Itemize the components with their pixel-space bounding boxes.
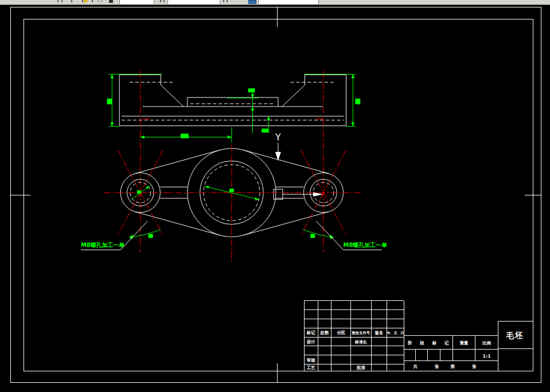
dim-arrow bbox=[228, 135, 232, 139]
dim-text bbox=[248, 88, 255, 92]
tb-approve-label: 批准 bbox=[356, 365, 365, 370]
dim-arrow bbox=[351, 75, 354, 79]
toolbar-button-edge[interactable] bbox=[71, 0, 72, 2]
toolbar-button-edge[interactable] bbox=[223, 0, 224, 2]
tb-mark-label: 标记 bbox=[306, 330, 315, 335]
tb-change-doc-label: 更改文件号 bbox=[352, 331, 370, 335]
dim-arrow bbox=[141, 135, 145, 139]
dim-arrow bbox=[110, 123, 114, 127]
tb-date-label: 年、月、日 bbox=[387, 331, 404, 335]
dim-text bbox=[149, 234, 153, 238]
tb-weight-label: 重量 bbox=[459, 340, 469, 346]
toolbar-button-edge[interactable] bbox=[92, 0, 93, 2]
dim-lines[interactable] bbox=[108, 75, 356, 143]
slot-detail[interactable] bbox=[274, 189, 283, 199]
tb-process-label: 工艺 bbox=[306, 365, 315, 370]
title-block: 标记 处数 分区 更改文件号 签名 年、月、日 设计 标准化 审核 工艺 批准 … bbox=[304, 301, 532, 371]
front-view-dimensions[interactable] bbox=[107, 75, 360, 143]
machining-notes[interactable]: M8螺孔加工一单 M8螺孔加工一单 bbox=[81, 221, 388, 250]
dim-text bbox=[229, 189, 234, 192]
left-angle-dim[interactable] bbox=[129, 229, 161, 237]
toolbar-button-edge[interactable] bbox=[82, 0, 83, 2]
cad-application: Y bbox=[0, 0, 550, 392]
toolbar-button-edge[interactable] bbox=[163, 0, 165, 2]
tb-sheets-total-unit: 张 bbox=[435, 364, 439, 369]
dim-arrow bbox=[351, 123, 354, 127]
toolbar-button-edge[interactable] bbox=[57, 0, 58, 2]
tb-signature-label: 签名 bbox=[374, 330, 383, 335]
tb-sheet-no-label: 第 bbox=[450, 364, 455, 369]
tb-zone-label: 分区 bbox=[336, 330, 345, 335]
tb-sheets-total-label: 共 bbox=[412, 364, 418, 369]
blue-app-icon[interactable] bbox=[248, 0, 256, 4]
dim-arrow bbox=[267, 116, 270, 120]
tb-count-label: 处数 bbox=[320, 330, 329, 335]
toolbar-button-edge[interactable] bbox=[227, 0, 228, 2]
dim-text bbox=[137, 190, 141, 194]
dim-text bbox=[181, 134, 189, 138]
datum-marker[interactable]: Y bbox=[275, 132, 281, 161]
toolbar bbox=[0, 0, 550, 5]
tb-scale-value: 1:1 bbox=[483, 354, 491, 359]
yellow-pencil-icon[interactable] bbox=[84, 0, 87, 2]
dim-text bbox=[262, 128, 268, 132]
datum-label: Y bbox=[275, 132, 281, 143]
dim-text bbox=[310, 234, 315, 238]
toolbar-button-edge[interactable] bbox=[160, 0, 161, 2]
front-hidden-lines[interactable] bbox=[122, 82, 344, 120]
dim-arrow bbox=[110, 75, 114, 79]
tb-standardization-label: 标准化 bbox=[354, 340, 367, 344]
dim-text bbox=[107, 99, 112, 104]
tb-design-label: 设计 bbox=[306, 339, 315, 344]
note-left: M8螺孔加工一单 bbox=[81, 242, 125, 248]
tb-sheet-no-unit: 张 bbox=[472, 364, 477, 369]
cad-canvas[interactable]: Y bbox=[0, 5, 550, 392]
dim-arrow bbox=[330, 234, 334, 239]
right-angle-dim[interactable] bbox=[303, 229, 333, 237]
toolbar-input-1[interactable] bbox=[119, 0, 154, 4]
tb-scale-label: 比例 bbox=[482, 340, 491, 346]
title-block-grid bbox=[304, 301, 532, 371]
toolbar-input-3[interactable] bbox=[258, 0, 319, 4]
dim-arrow bbox=[255, 197, 259, 201]
toolbar-input-2[interactable] bbox=[167, 0, 220, 4]
dim-arrow bbox=[251, 107, 254, 111]
plan-view[interactable] bbox=[104, 144, 362, 262]
tb-review-label: 审核 bbox=[307, 358, 315, 363]
part-name: 毛坯 bbox=[506, 331, 524, 340]
tool-icon[interactable] bbox=[109, 0, 113, 3]
tb-stage-mark-label: 阶段标记 bbox=[408, 340, 449, 346]
toolbar-separator bbox=[98, 0, 99, 2]
toolbar-separator bbox=[102, 0, 103, 2]
dim-text bbox=[355, 99, 360, 104]
note-right: M8螺孔加工一单 bbox=[344, 242, 388, 248]
toolbar-button-edge[interactable] bbox=[61, 0, 63, 2]
inner-border bbox=[24, 19, 533, 371]
